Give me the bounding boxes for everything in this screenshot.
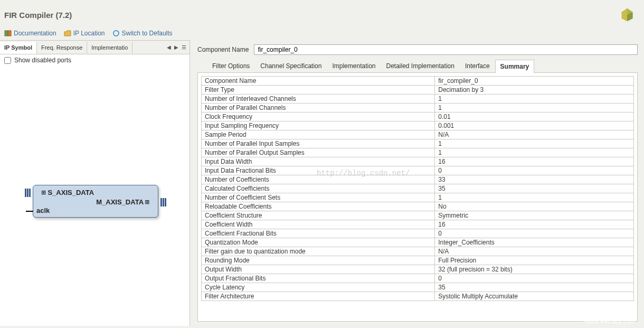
summary-param-value: Integer_Coefficients (435, 238, 634, 247)
summary-row: Reloadable CoefficientsNo (202, 202, 634, 211)
summary-param-name: Sample Period (202, 130, 435, 139)
summary-param-name: Calculated Coefficients (202, 184, 435, 193)
summary-param-name: Filter gain due to quantization mode (202, 247, 435, 256)
tab-summary[interactable]: Summary (495, 60, 535, 73)
svg-rect-4 (8, 31, 11, 36)
svg-rect-3 (5, 31, 8, 36)
tab-implementation-right[interactable]: Implementation (327, 59, 381, 72)
refresh-icon (112, 30, 120, 37)
summary-param-value: fir_compiler_0 (435, 77, 634, 86)
summary-row: Input Data Fractional Bits0 (202, 166, 634, 175)
summary-row: Filter TypeDecimation by 3 (202, 86, 634, 95)
summary-row: Number of Coefficients33 (202, 175, 634, 184)
summary-param-name: Output Width (202, 265, 435, 274)
tab-ip-symbol[interactable]: IP Symbol (0, 42, 37, 54)
tab-filter-options[interactable]: Filter Options (207, 59, 255, 72)
summary-param-value: 32 (full precision = 32 bits) (435, 265, 634, 274)
summary-param-name: Number of Coefficient Sets (202, 193, 435, 202)
component-name-input[interactable] (254, 44, 638, 55)
bus-stub-left-icon (25, 189, 31, 197)
summary-row: Filter gain due to quantization modeN/A (202, 247, 634, 256)
summary-param-value: Full Precision (435, 256, 634, 265)
summary-param-value: 16 (435, 157, 634, 166)
svg-point-5 (113, 31, 119, 36)
summary-row: Number of Parallel Channels1 (202, 104, 634, 113)
tab-freq-response[interactable]: Freq. Response (37, 42, 87, 53)
elecfans-watermark: 电子发烧友 www.elecfans.com (586, 307, 634, 325)
summary-param-value: 0 (435, 229, 634, 238)
summary-row: Filter ArchitectureSystolic Multiply Acc… (202, 292, 634, 301)
summary-panel: Component Namefir_compiler_0Filter TypeD… (197, 73, 638, 322)
summary-param-value: 1 (435, 95, 634, 104)
summary-param-value: 35 (435, 283, 634, 292)
ip-location-link[interactable]: IP Location (64, 30, 105, 37)
summary-param-name: Filter Architecture (202, 292, 435, 301)
summary-row: Quantization ModeInteger_Coefficients (202, 238, 634, 247)
summary-row: Number of Interleaved Channels1 (202, 95, 634, 104)
tab-channel-specification[interactable]: Channel Specification (255, 59, 327, 72)
summary-row: Rounding ModeFull Precision (202, 256, 634, 265)
summary-row: Input Data Width16 (202, 157, 634, 166)
summary-row: Cycle Latency35 (202, 283, 634, 292)
summary-param-value: 33 (435, 175, 634, 184)
summary-param-name: Number of Coefficients (202, 175, 435, 184)
summary-row: Number of Parallel Output Samples1 (202, 148, 634, 157)
expand-icon[interactable]: ⊞ (42, 189, 46, 196)
ip-symbol-canvas[interactable]: ⊞ S_AXIS_DATA M_AXIS_DATA ⊞ aclk (0, 66, 190, 326)
summary-param-value: No (435, 202, 634, 211)
summary-param-value: 1 (435, 139, 634, 148)
tab-detailed-implementation[interactable]: Detailed Implementation (381, 59, 459, 72)
summary-param-value: N/A (435, 130, 634, 139)
aclk-wire (26, 211, 33, 212)
show-disabled-ports-row: Show disabled ports (0, 54, 190, 66)
summary-param-name: Number of Parallel Output Samples (202, 148, 435, 157)
summary-param-name: Coefficient Width (202, 220, 435, 229)
show-disabled-ports-label: Show disabled ports (14, 57, 71, 64)
summary-param-value: Systolic Multiply Accumulate (435, 292, 634, 301)
expand-icon[interactable]: ⊞ (145, 198, 149, 206)
summary-param-value: Symmetric (435, 211, 634, 220)
ip-block[interactable]: ⊞ S_AXIS_DATA M_AXIS_DATA ⊞ aclk (33, 185, 158, 218)
summary-param-name: Output Fractional Bits (202, 274, 435, 283)
summary-param-name: Input Data Fractional Bits (202, 166, 435, 175)
left-tabs: IP Symbol Freq. Response Implementatio ◀… (0, 41, 190, 54)
show-disabled-ports-checkbox[interactable] (4, 57, 11, 64)
summary-row: Output Fractional Bits0 (202, 274, 634, 283)
summary-row: Coefficient StructureSymmetric (202, 211, 634, 220)
summary-param-name: Coefficient Structure (202, 211, 435, 220)
port-aclk[interactable]: aclk (36, 207, 50, 214)
main-area: IP Symbol Freq. Response Implementatio ◀… (0, 40, 644, 326)
summary-row: Coefficient Width16 (202, 220, 634, 229)
summary-row: Coefficient Fractional Bits0 (202, 229, 634, 238)
summary-row: Calculated Coefficients35 (202, 184, 634, 193)
switch-defaults-link[interactable]: Switch to Defaults (112, 30, 173, 37)
summary-param-name: Input Data Width (202, 157, 435, 166)
port-s-axis-data[interactable]: ⊞ S_AXIS_DATA (42, 189, 94, 196)
tab-implementation[interactable]: Implementatio (87, 42, 132, 53)
documentation-link[interactable]: Documentation (4, 30, 56, 37)
component-name-row: Component Name (197, 44, 638, 55)
summary-row: Output Width32 (full precision = 32 bits… (202, 265, 634, 274)
summary-row: Sample PeriodN/A (202, 130, 634, 139)
summary-param-value: N/A (435, 247, 634, 256)
tab-next-icon[interactable]: ▶ (173, 44, 179, 50)
summary-param-value: 0 (435, 274, 634, 283)
tab-navigation: ◀ ▶ ☰ (166, 44, 190, 50)
right-tabs: Filter Options Channel Specification Imp… (197, 59, 638, 73)
summary-param-name: Filter Type (202, 86, 435, 95)
summary-row: Clock Frequency0.01 (202, 113, 634, 121)
tab-list-icon[interactable]: ☰ (181, 44, 187, 50)
summary-param-value: 35 (435, 184, 634, 193)
tab-prev-icon[interactable]: ◀ (166, 44, 172, 50)
summary-param-value: 0 (435, 166, 634, 175)
port-m-axis-data[interactable]: M_AXIS_DATA ⊞ (96, 198, 149, 206)
summary-param-value: 1 (435, 104, 634, 113)
header: FIR Compiler (7.2) (0, 0, 644, 27)
summary-row: Input Sampling Frequency0.001 (202, 121, 634, 130)
summary-param-name: Cycle Latency (202, 283, 435, 292)
left-panel: IP Symbol Freq. Response Implementatio ◀… (0, 40, 190, 326)
summary-param-name: Number of Parallel Channels (202, 104, 435, 113)
summary-param-name: Clock Frequency (202, 113, 435, 121)
summary-param-name: Rounding Mode (202, 256, 435, 265)
tab-interface[interactable]: Interface (460, 59, 495, 72)
